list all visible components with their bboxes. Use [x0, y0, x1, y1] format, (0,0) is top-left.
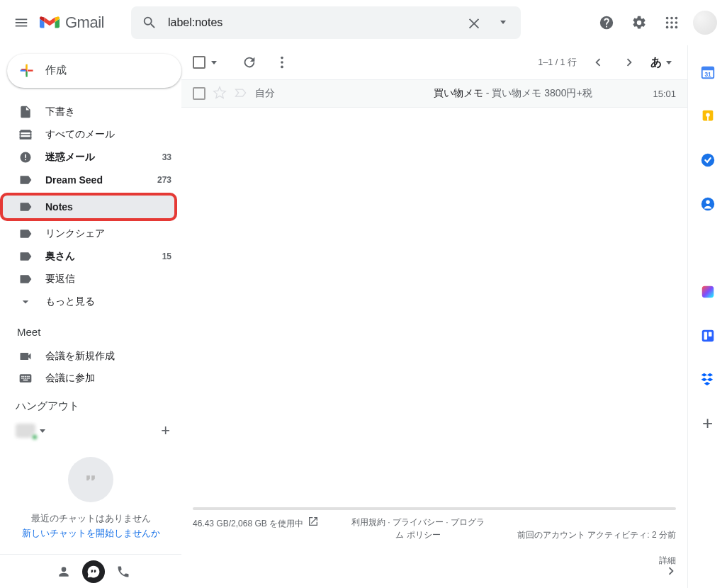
select-dropdown-button[interactable]	[211, 61, 217, 64]
search-button[interactable]	[135, 9, 164, 37]
meet-new-label: 会議を新規作成	[45, 350, 115, 363]
footer-policy-links[interactable]: 利用規約 · プライバシー · プログラム ポリシー	[347, 516, 489, 541]
sidebar-item-8[interactable]: もっと見る	[0, 290, 181, 313]
select-all-checkbox[interactable]	[193, 56, 205, 69]
list-toolbar: 1–1 / 1 行 あ	[181, 45, 687, 79]
meet-join-meeting[interactable]: 会議に参加	[0, 368, 181, 390]
rail-addon-1[interactable]	[694, 278, 722, 306]
tasks-icon	[700, 152, 716, 168]
sidebar-item-2[interactable]: 迷惑メール33	[0, 146, 181, 169]
sidebar-item-3[interactable]: Dream Seed273	[0, 169, 181, 191]
hangouts-icon	[68, 457, 113, 502]
message-row[interactable]: 自分買い物メモ - 買い物メモ 3800円+税15:01	[181, 79, 687, 108]
help-icon	[599, 15, 614, 30]
main-pane: 1–1 / 1 行 あ 自分買い物メモ - 買い物メモ 3800円+税15:01…	[181, 45, 687, 588]
support-button[interactable]	[591, 7, 622, 38]
compose-plus-icon	[17, 61, 37, 81]
chevron-left-icon	[590, 55, 606, 70]
message-time: 15:01	[653, 89, 676, 99]
close-icon	[466, 15, 482, 30]
sidebar-item-4[interactable]: Notes	[0, 193, 177, 221]
trello-icon	[700, 328, 716, 344]
sidebar: 作成 下書きすべてのメール迷惑メール33Dream Seed273Notesリン…	[0, 45, 181, 588]
more-button[interactable]	[268, 48, 296, 77]
apps-launcher-button[interactable]	[656, 7, 687, 38]
search-clear-button[interactable]	[460, 9, 488, 37]
message-subject: 買い物メモ - 買い物メモ 3800円+税	[373, 87, 653, 100]
expand-icon	[18, 295, 33, 309]
search-input[interactable]	[164, 16, 460, 29]
gmail-logo[interactable]: Gmail	[40, 13, 104, 32]
svg-rect-28	[701, 286, 714, 298]
label-icon	[18, 227, 33, 241]
search-options-button[interactable]	[488, 9, 517, 37]
hangouts-start-chat-link[interactable]: 新しいチャットを開始しませんか	[22, 527, 160, 540]
label-icon	[18, 200, 33, 214]
sidebar-item-7[interactable]: 要返信	[0, 268, 181, 290]
gmail-m-icon	[40, 15, 60, 30]
calendar-icon: 31	[700, 64, 716, 80]
message-list: 自分買い物メモ - 買い物メモ 3800円+税15:01	[181, 79, 687, 108]
svg-rect-29	[701, 330, 714, 342]
video-icon	[18, 349, 33, 363]
compose-label: 作成	[45, 64, 67, 77]
star-button[interactable]	[213, 86, 227, 102]
rail-dropbox[interactable]	[694, 366, 722, 394]
sidebar-item-label: リンクシェア	[45, 227, 171, 240]
addon-icon	[700, 284, 716, 300]
main-menu-button[interactable]	[6, 7, 37, 38]
important-marker[interactable]	[234, 86, 248, 102]
gmail-wordmark: Gmail	[65, 13, 104, 32]
account-avatar[interactable]	[693, 11, 717, 35]
hangouts-new-chat-button[interactable]: +	[161, 422, 170, 440]
search-icon	[142, 15, 157, 30]
meet-join-label: 会議に参加	[45, 372, 95, 385]
svg-point-16	[281, 57, 283, 60]
sidebar-item-5[interactable]: リンクシェア	[0, 222, 181, 245]
compose-button[interactable]: 作成	[7, 54, 181, 88]
rail-contacts[interactable]	[694, 190, 722, 218]
sidebar-item-1[interactable]: すべてのメール	[0, 123, 181, 146]
rail-get-addons[interactable]: +	[702, 412, 713, 434]
footer-activity-details-link[interactable]: 詳細	[517, 554, 676, 567]
svg-rect-31	[708, 332, 711, 337]
tab-contacts[interactable]	[50, 558, 78, 586]
svg-rect-20	[701, 67, 714, 71]
keyboard-icon	[18, 371, 33, 385]
input-tools-button[interactable]: あ	[646, 55, 676, 70]
open-external-icon[interactable]	[308, 516, 319, 531]
settings-button[interactable]	[624, 7, 655, 38]
tab-hangouts[interactable]	[82, 560, 105, 583]
sidebar-item-label: 奥さん	[45, 250, 162, 263]
message-checkbox[interactable]	[193, 87, 205, 100]
rail-calendar[interactable]: 31	[694, 58, 722, 86]
pager-prev-button[interactable]	[584, 48, 612, 77]
refresh-button[interactable]	[235, 48, 264, 77]
label-icon	[18, 173, 33, 187]
side-panel-collapse-button[interactable]	[663, 563, 679, 581]
svg-point-3	[666, 21, 669, 24]
footer-activity: 前回のアカウント アクティビティ: 2 分前 詳細	[517, 516, 676, 579]
svg-point-17	[281, 61, 283, 64]
meet-new-meeting[interactable]: 会議を新規作成	[0, 345, 181, 368]
message-sender: 自分	[248, 87, 373, 100]
storage-text: 46.43 GB/2,068 GB を使用中	[193, 517, 303, 530]
hangouts-current-user[interactable]: +	[0, 417, 181, 443]
svg-point-5	[675, 21, 678, 24]
tab-phone[interactable]	[109, 558, 137, 586]
svg-point-7	[670, 26, 673, 28]
storage-bar	[193, 507, 676, 510]
rail-keep[interactable]	[694, 102, 722, 130]
refresh-icon	[242, 55, 257, 70]
pager-next-button[interactable]	[615, 48, 643, 77]
rail-trello[interactable]	[694, 322, 722, 350]
sidebar-item-6[interactable]: 奥さん15	[0, 245, 181, 268]
nav-list: 下書きすべてのメール迷惑メール33Dream Seed273Notesリンクシェ…	[0, 101, 181, 313]
draft-icon	[18, 105, 33, 119]
search-bar	[131, 6, 521, 39]
rail-tasks[interactable]	[694, 146, 722, 174]
dropbox-icon	[700, 372, 716, 388]
svg-point-0	[666, 16, 669, 19]
sidebar-item-0[interactable]: 下書き	[0, 101, 181, 123]
sidebar-item-label: Dream Seed	[45, 174, 157, 186]
